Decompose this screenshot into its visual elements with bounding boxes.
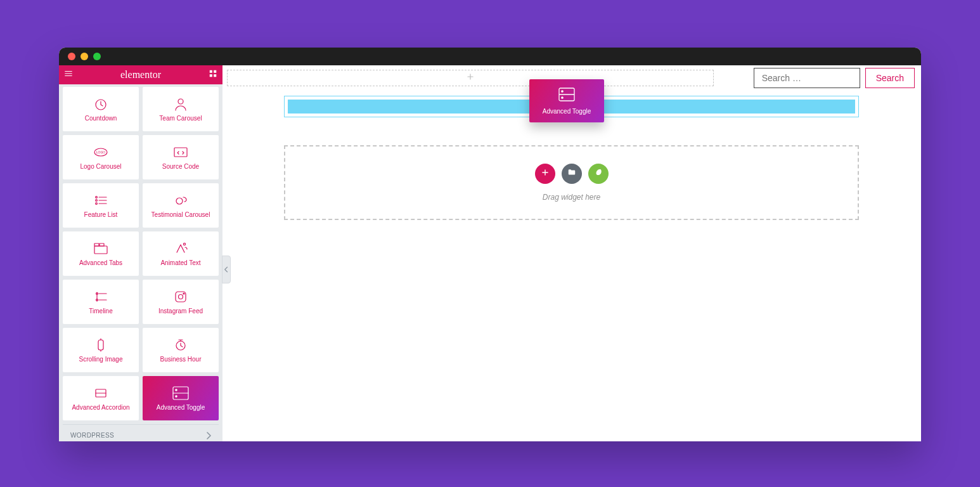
- search-input[interactable]: [754, 68, 860, 88]
- widget-team[interactable]: Team Carousel: [143, 87, 219, 131]
- window-minimize-icon[interactable]: [81, 53, 88, 60]
- toggle-icon: [558, 88, 575, 104]
- clock-icon: [172, 338, 189, 352]
- leaf-icon: [594, 168, 603, 179]
- add-template-button[interactable]: [562, 164, 582, 184]
- widget-accordion[interactable]: Advanced Accordion: [63, 376, 139, 420]
- code-icon: [172, 145, 189, 159]
- widget-list[interactable]: Feature List: [63, 183, 139, 228]
- widget-label: Logo Carousel: [80, 163, 121, 170]
- widget-timeline[interactable]: Timeline: [63, 280, 139, 324]
- svg-rect-28: [98, 340, 103, 350]
- panel-collapse-button[interactable]: [222, 256, 231, 283]
- search-button[interactable]: Search: [865, 68, 915, 88]
- window-titlebar: [59, 48, 921, 65]
- browser-window: elementor CountdownTeam CarouselLOGOLogo…: [59, 48, 921, 441]
- instagram-icon: [172, 290, 189, 304]
- svg-rect-1: [214, 70, 216, 73]
- widget-code[interactable]: Source Code: [143, 135, 219, 179]
- widget-label: Animated Text: [160, 259, 200, 266]
- svg-point-11: [96, 199, 98, 201]
- widget-label: Team Carousel: [159, 115, 202, 122]
- widget-tabs[interactable]: Advanced Tabs: [63, 231, 139, 276]
- panel-header: elementor: [59, 65, 222, 84]
- animtext-icon: [172, 242, 189, 256]
- widget-animtext[interactable]: Animated Text: [143, 231, 219, 276]
- svg-point-27: [183, 293, 184, 294]
- svg-point-15: [176, 198, 183, 204]
- chevron-right-icon: [206, 432, 211, 439]
- drag-preview-card: Advanced Toggle: [529, 79, 604, 122]
- list-icon: [93, 193, 109, 207]
- svg-point-39: [562, 96, 563, 98]
- window-close-icon[interactable]: [68, 53, 75, 60]
- widget-scrollimg[interactable]: Scrolling Image: [63, 328, 139, 372]
- widgets-list: CountdownTeam CarouselLOGOLogo CarouselS…: [59, 84, 222, 441]
- category-label: WORDPRESS: [70, 432, 114, 439]
- grid-button[interactable]: [203, 65, 222, 84]
- folder-icon: [567, 168, 576, 179]
- svg-rect-3: [214, 74, 216, 77]
- window-maximize-icon[interactable]: [93, 53, 101, 60]
- widget-label: Source Code: [162, 163, 199, 170]
- timeline-icon: [93, 290, 109, 304]
- svg-rect-8: [174, 148, 187, 157]
- elementor-panel: elementor CountdownTeam CarouselLOGOLogo…: [59, 65, 222, 441]
- svg-point-9: [96, 196, 98, 198]
- svg-point-5: [178, 99, 183, 104]
- accordion-icon: [93, 386, 109, 400]
- widget-label: Advanced Toggle: [157, 404, 205, 411]
- svg-rect-2: [210, 74, 212, 77]
- widget-label: Business Hour: [160, 356, 201, 363]
- widget-logo[interactable]: LOGOLogo Carousel: [63, 135, 139, 179]
- drag-hint: Drag widget here: [543, 193, 600, 202]
- grid-icon: [209, 69, 217, 81]
- svg-rect-17: [94, 244, 99, 246]
- svg-point-34: [176, 389, 177, 390]
- svg-point-19: [183, 243, 185, 245]
- plus-icon: [466, 72, 475, 84]
- widget-label: Testimonial Carousel: [152, 211, 210, 218]
- toggle-icon: [172, 386, 189, 400]
- svg-rect-16: [94, 246, 107, 254]
- svg-rect-0: [210, 70, 212, 73]
- widget-label: Timeline: [89, 308, 112, 315]
- svg-point-13: [96, 202, 98, 204]
- section-action-row: [535, 164, 609, 184]
- envato-button[interactable]: [588, 164, 609, 184]
- app-content: elementor CountdownTeam CarouselLOGOLogo…: [59, 65, 921, 441]
- chevron-left-icon: [224, 264, 228, 275]
- category-wordpress[interactable]: WORDPRESS: [63, 424, 219, 441]
- scrollimg-icon: [93, 338, 109, 352]
- menu-button[interactable]: [59, 65, 78, 84]
- hamburger-icon: [64, 69, 73, 81]
- logo-icon: LOGO: [93, 145, 109, 159]
- widget-label: Instagram Feed: [158, 308, 203, 315]
- widget-label: Advanced Accordion: [72, 404, 129, 411]
- svg-point-38: [562, 90, 563, 91]
- svg-text:LOGO: LOGO: [96, 150, 106, 154]
- tabs-icon: [93, 242, 109, 256]
- empty-section[interactable]: Drag widget here: [284, 145, 859, 220]
- add-section-bar[interactable]: [227, 70, 714, 86]
- testimonial-icon: [172, 193, 189, 207]
- widget-testimonial[interactable]: Testimonial Carousel: [143, 183, 219, 228]
- widget-label: Advanced Tabs: [79, 259, 122, 266]
- countdown-icon: [93, 97, 109, 111]
- widget-instagram[interactable]: Instagram Feed: [143, 280, 219, 324]
- widget-countdown[interactable]: Countdown: [63, 87, 139, 131]
- widget-toggle[interactable]: Advanced Toggle: [143, 376, 219, 420]
- widget-label: Feature List: [84, 211, 118, 218]
- svg-point-26: [179, 294, 183, 299]
- widget-label: Scrolling Image: [79, 356, 123, 363]
- editor-canvas: Search Advanced Toggle: [222, 65, 921, 441]
- widget-clock[interactable]: Business Hour: [143, 328, 219, 372]
- plus-icon: [541, 168, 550, 179]
- svg-point-35: [176, 395, 177, 396]
- drag-preview-label: Advanced Toggle: [543, 108, 591, 115]
- widget-label: Countdown: [85, 115, 117, 122]
- brand-logo: elementor: [120, 69, 161, 81]
- svg-rect-18: [100, 244, 104, 246]
- add-section-button[interactable]: [535, 164, 555, 184]
- team-icon: [172, 97, 189, 111]
